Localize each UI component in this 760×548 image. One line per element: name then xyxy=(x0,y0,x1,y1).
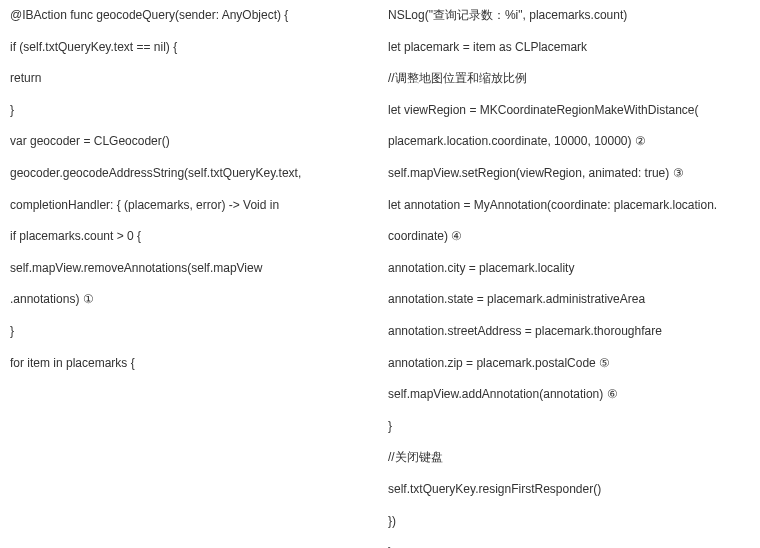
code-line: } xyxy=(10,324,350,340)
code-line: self.txtQueryKey.resignFirstResponder() xyxy=(388,482,750,498)
code-line: return xyxy=(10,71,350,87)
code-line: self.mapView.setRegion(viewRegion, anima… xyxy=(388,166,750,182)
code-line: for item in placemarks { xyxy=(10,356,350,372)
code-columns: @IBAction func geocodeQuery(sender: AnyO… xyxy=(10,8,750,548)
code-line: if (self.txtQueryKey.text == nil) { xyxy=(10,40,350,56)
code-comment: //关闭键盘 xyxy=(388,450,750,466)
code-line: geocoder.geocodeAddressString(self.txtQu… xyxy=(10,166,350,182)
code-line: var geocoder = CLGeocoder() xyxy=(10,134,350,150)
code-line: let viewRegion = MKCoordinateRegionMakeW… xyxy=(388,103,750,119)
code-line: let annotation = MyAnnotation(coordinate… xyxy=(388,198,750,214)
code-line: } xyxy=(10,103,350,119)
code-line: annotation.streetAddress = placemark.tho… xyxy=(388,324,750,340)
left-column: @IBAction func geocodeQuery(sender: AnyO… xyxy=(10,8,350,548)
code-line: self.mapView.addAnnotation(annotation) ⑥ xyxy=(388,387,750,403)
code-line: } xyxy=(388,419,750,435)
code-line: self.mapView.removeAnnotations(self.mapV… xyxy=(10,261,350,277)
code-line: placemark.location.coordinate, 10000, 10… xyxy=(388,134,750,150)
code-comment: //调整地图位置和缩放比例 xyxy=(388,71,750,87)
code-line: if placemarks.count > 0 { xyxy=(10,229,350,245)
code-line: annotation.state = placemark.administrat… xyxy=(388,292,750,308)
code-line: coordinate) ④ xyxy=(388,229,750,245)
right-column: NSLog("查询记录数：%i", placemarks.count) let … xyxy=(388,8,750,548)
code-line: @IBAction func geocodeQuery(sender: AnyO… xyxy=(10,8,350,24)
code-line: .annotations) ① xyxy=(10,292,350,308)
code-line: annotation.zip = placemark.postalCode ⑤ xyxy=(388,356,750,372)
code-line: }) xyxy=(388,514,750,530)
code-line: let placemark = item as CLPlacemark xyxy=(388,40,750,56)
code-line: NSLog("查询记录数：%i", placemarks.count) xyxy=(388,8,750,24)
code-line: completionHandler: { (placemarks, error)… xyxy=(10,198,350,214)
code-line: annotation.city = placemark.locality xyxy=(388,261,750,277)
